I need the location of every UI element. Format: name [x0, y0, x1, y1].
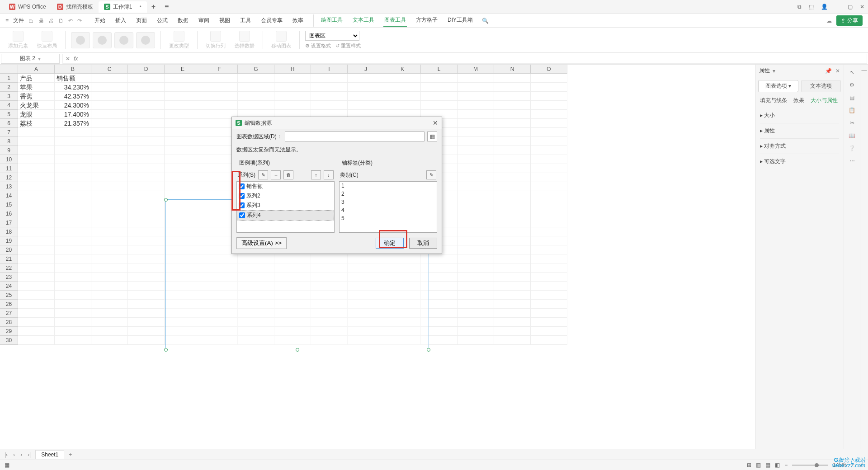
- cell-M22[interactable]: [458, 263, 494, 273]
- tab-list-button[interactable]: ≡: [160, 3, 173, 11]
- cell-E11[interactable]: [165, 164, 201, 173]
- panel-section-大小[interactable]: ▸ 大小: [760, 108, 839, 123]
- cell-B28[interactable]: [55, 318, 91, 327]
- cell-A3[interactable]: 香蕉: [18, 92, 55, 101]
- row-header-2[interactable]: 2: [0, 83, 18, 92]
- cell-M29[interactable]: [458, 327, 494, 336]
- cell-M9[interactable]: [458, 146, 494, 155]
- cloud-icon[interactable]: ☁: [826, 18, 832, 24]
- cell-E9[interactable]: [165, 146, 201, 155]
- cell-D24[interactable]: [128, 282, 165, 291]
- cell-C24[interactable]: [91, 282, 128, 291]
- category-item[interactable]: 1: [340, 182, 437, 190]
- cell-K2[interactable]: [384, 83, 421, 92]
- cursor-tool-icon[interactable]: ↖: [850, 69, 854, 75]
- cell-A7[interactable]: [18, 128, 55, 137]
- save-icon[interactable]: 🖶: [38, 18, 44, 24]
- row-header-17[interactable]: 17: [0, 218, 18, 227]
- cell-E6[interactable]: [165, 119, 201, 128]
- view-page-icon[interactable]: ▥: [756, 462, 761, 468]
- view-break-icon[interactable]: ▤: [765, 462, 770, 468]
- cell-I2[interactable]: [311, 83, 348, 92]
- zoom-out[interactable]: −: [784, 462, 788, 468]
- cell-B20[interactable]: [55, 245, 91, 254]
- cell-D8[interactable]: [128, 137, 165, 146]
- panel-section-对齐方式[interactable]: ▸ 对齐方式: [760, 138, 839, 154]
- cell-A24[interactable]: [18, 282, 55, 291]
- redo-icon[interactable]: ↷: [77, 18, 82, 24]
- cell-O16[interactable]: [531, 209, 567, 218]
- cell-C30[interactable]: [91, 336, 128, 345]
- cell-F3[interactable]: [201, 92, 238, 101]
- row-header-30[interactable]: 30: [0, 336, 18, 345]
- add-sheet-button[interactable]: +: [68, 451, 73, 458]
- cell-N21[interactable]: [494, 254, 531, 263]
- series-list[interactable]: 销售额系列2系列3系列4: [236, 181, 335, 233]
- tab-chart-options[interactable]: 图表选项 ▾: [758, 80, 798, 92]
- chart-area-select[interactable]: 图表区: [305, 31, 359, 41]
- row-header-3[interactable]: 3: [0, 92, 18, 101]
- cell-C3[interactable]: [91, 92, 128, 101]
- cell-O22[interactable]: [531, 263, 567, 273]
- status-mode-icon[interactable]: ▦: [5, 462, 9, 468]
- cell-E10[interactable]: [165, 155, 201, 164]
- cell-O18[interactable]: [531, 227, 567, 236]
- name-box[interactable]: 图表 2▾: [1, 54, 60, 64]
- chart-range-input[interactable]: [285, 132, 425, 141]
- series-checkbox[interactable]: [239, 183, 245, 189]
- window-minimize[interactable]: —: [835, 4, 840, 10]
- cell-A28[interactable]: [18, 318, 55, 327]
- menu-tab-工具[interactable]: 工具: [239, 15, 252, 26]
- cell-M25[interactable]: [458, 291, 494, 300]
- cell-A29[interactable]: [18, 327, 55, 336]
- cell-B9[interactable]: [55, 146, 91, 155]
- cell-A5[interactable]: 龙眼: [18, 110, 55, 119]
- delete-series-button[interactable]: 🗑: [283, 170, 293, 179]
- cell-N27[interactable]: [494, 309, 531, 318]
- cell-O2[interactable]: [531, 83, 567, 92]
- cell-N6[interactable]: [494, 119, 531, 128]
- row-header-14[interactable]: 14: [0, 191, 18, 200]
- cell-C9[interactable]: [91, 146, 128, 155]
- cell-G1[interactable]: [238, 74, 274, 83]
- cell-C12[interactable]: [91, 173, 128, 182]
- cell-O19[interactable]: [531, 236, 567, 245]
- tab-template[interactable]: D 找稻壳模板: [52, 1, 99, 13]
- cell-O4[interactable]: [531, 101, 567, 110]
- cell-O11[interactable]: [531, 164, 567, 173]
- cell-E14[interactable]: [165, 191, 201, 200]
- cell-B10[interactable]: [55, 155, 91, 164]
- cell-B19[interactable]: [55, 236, 91, 245]
- settings-tool-icon[interactable]: ⚙: [849, 82, 854, 88]
- cell-A8[interactable]: [18, 137, 55, 146]
- cell-O20[interactable]: [531, 245, 567, 254]
- cell-C17[interactable]: [91, 218, 128, 227]
- cell-B26[interactable]: [55, 300, 91, 309]
- row-header-5[interactable]: 5: [0, 110, 18, 119]
- row-header-13[interactable]: 13: [0, 182, 18, 191]
- cell-O30[interactable]: [531, 336, 567, 345]
- cell-O15[interactable]: [531, 200, 567, 209]
- cell-N26[interactable]: [494, 300, 531, 309]
- open-icon[interactable]: 🗀: [28, 18, 34, 24]
- cell-N30[interactable]: [494, 336, 531, 345]
- menu-tab-视图[interactable]: 视图: [218, 15, 231, 26]
- view-normal-icon[interactable]: ⊞: [747, 462, 751, 468]
- cell-D9[interactable]: [128, 146, 165, 155]
- cell-N1[interactable]: [494, 74, 531, 83]
- cell-M6[interactable]: [458, 119, 494, 128]
- row-header-28[interactable]: 28: [0, 318, 18, 327]
- file-menu[interactable]: 文件: [13, 17, 24, 24]
- cell-C16[interactable]: [91, 209, 128, 218]
- cell-B13[interactable]: [55, 182, 91, 191]
- row-header-1[interactable]: 1: [0, 74, 18, 83]
- tab-add-button[interactable]: +: [147, 3, 160, 11]
- cell-H3[interactable]: [274, 92, 311, 101]
- cell-A14[interactable]: [18, 191, 55, 200]
- series-checkbox[interactable]: [239, 202, 245, 208]
- cell-O8[interactable]: [531, 137, 567, 146]
- cell-N17[interactable]: [494, 218, 531, 227]
- window-copy-icon[interactable]: ⧉: [797, 4, 802, 10]
- cell-E3[interactable]: [165, 92, 201, 101]
- menu-tab-图表工具[interactable]: 图表工具: [383, 14, 407, 27]
